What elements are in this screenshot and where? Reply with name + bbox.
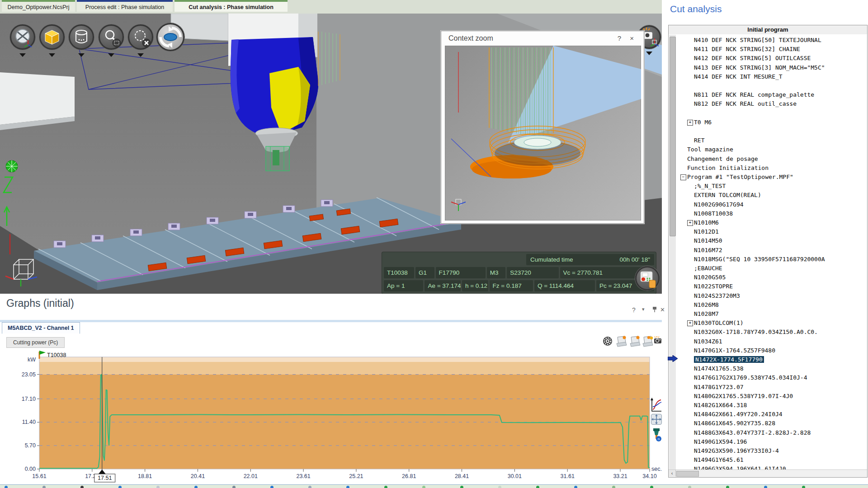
program-line[interactable]: N1488G3X643.074Y737I-2.828J-2.828 xyxy=(669,428,867,437)
taskbar-app-icon[interactable] xyxy=(612,486,615,488)
taskbar-app-icon[interactable] xyxy=(270,486,274,488)
program-line[interactable]: N1480G2X1765.538Y719.07I-4J0 xyxy=(669,392,867,401)
taskbar-app-icon[interactable] xyxy=(384,486,387,488)
taskbar-app-icon[interactable] xyxy=(42,486,46,488)
chevron-down-icon[interactable] xyxy=(19,53,26,57)
program-line[interactable]: Function Initialization xyxy=(669,164,867,173)
taskbar-app-icon[interactable] xyxy=(574,486,577,488)
nc-program-list[interactable]: Initial program N410 DEF NCK STRING[50] … xyxy=(668,25,868,478)
chevron-down-icon[interactable] xyxy=(646,52,652,55)
cutting-power-button[interactable]: Cutting power (Pc) xyxy=(6,337,65,348)
program-line[interactable]: N1494G1Y645.61 xyxy=(669,455,867,465)
chevron-down-icon[interactable] xyxy=(49,53,55,57)
expand-icon[interactable]: + xyxy=(687,320,693,326)
program-line[interactable]: Tool magazine xyxy=(669,145,867,154)
program-line[interactable]: N1476G17G2X1769.538Y745.034I0J-4 xyxy=(669,373,867,382)
expand-icon[interactable]: + xyxy=(687,220,693,226)
program-line[interactable]: N1014M50 xyxy=(669,236,867,245)
program-line[interactable]: N1028M7 xyxy=(669,310,867,319)
tab-project[interactable]: Demo_Optipower.NcsPrj xyxy=(2,0,75,12)
program-line[interactable]: N413 DEF NCK STRING[3] NOM_MACH="M5C" xyxy=(669,63,867,72)
program-line[interactable]: RET xyxy=(669,136,867,145)
taskbar-app-icon[interactable] xyxy=(460,486,463,488)
taskbar-app-icon[interactable] xyxy=(498,486,501,488)
taskbar-app-icon[interactable] xyxy=(346,486,349,488)
rotate-view-button[interactable] xyxy=(156,23,184,51)
stock-view-button[interactable] xyxy=(69,24,94,50)
program-line[interactable]: +T0 M6 xyxy=(669,118,867,127)
program-line[interactable] xyxy=(669,127,867,136)
taskbar-app-icon[interactable] xyxy=(118,486,122,488)
taskbar-app-icon[interactable] xyxy=(308,486,311,488)
program-line[interactable]: N410 DEF NCK STRING[50] TEXTEJOURNAL xyxy=(669,36,867,45)
program-line[interactable]: ;EBAUCHE xyxy=(669,264,867,273)
program-line[interactable]: N812 DEF NCK REAL outil_casse xyxy=(669,99,867,108)
program-line[interactable]: N1472X-1774.5F17790 xyxy=(669,355,867,364)
taskbar-app-icon[interactable] xyxy=(688,486,691,488)
program-line[interactable]: N1486G1X645.902Y735.828 xyxy=(669,419,867,428)
help-icon[interactable]: ? xyxy=(632,306,636,314)
program-line[interactable]: N412 DEF NCK STRING[5] OUTILCASSE xyxy=(669,54,867,63)
program-line[interactable]: EXTERN TOLCOM(REAL) xyxy=(669,191,867,200)
taskbar-app-icon[interactable] xyxy=(802,486,805,488)
machine-3d-viewport[interactable]: Context zoom ? × xyxy=(0,14,662,294)
program-line[interactable]: N1490G1X594.196 xyxy=(669,437,867,446)
program-line[interactable]: +N1010M6 xyxy=(669,218,867,227)
close-icon[interactable]: × xyxy=(630,34,634,42)
selection-button[interactable] xyxy=(128,24,153,50)
taskbar-app-icon[interactable] xyxy=(536,486,539,488)
taskbar-app-icon[interactable] xyxy=(764,486,767,488)
collapse-icon[interactable]: − xyxy=(680,174,686,180)
tab-process-edit[interactable]: Process edit : Phase simulation xyxy=(77,0,173,12)
program-line[interactable]: N811 DEF NCK REAL comptage_palette xyxy=(669,90,867,99)
curve-compare-icon[interactable] xyxy=(650,398,662,415)
scrollbar-thumb[interactable] xyxy=(676,471,699,477)
taskbar-app-icon[interactable] xyxy=(422,486,425,488)
graph-snapshot-button[interactable] xyxy=(654,336,662,346)
taskbar-app-icon[interactable] xyxy=(650,486,653,488)
program-line[interactable]: +N1030TOLCOM(1) xyxy=(669,319,867,328)
pin-icon[interactable] xyxy=(652,306,657,314)
taskbar-app-icon[interactable] xyxy=(726,486,729,488)
pan-button[interactable] xyxy=(651,414,662,425)
close-icon[interactable]: ✕ xyxy=(660,306,665,313)
program-line[interactable]: N1012D1 xyxy=(669,227,867,236)
zoom-button[interactable] xyxy=(99,24,124,50)
export-curve-alt-button[interactable] xyxy=(628,335,641,349)
taskbar-app-icon[interactable] xyxy=(156,486,160,488)
program-line[interactable]: N1032G0X-1718.78Y749.034Z150.A0.C0. xyxy=(669,328,867,337)
program-line[interactable]: N1482G1X664.318 xyxy=(669,401,867,410)
program-line[interactable]: N1026M8 xyxy=(669,300,867,310)
program-line[interactable]: N1022STOPRE xyxy=(669,282,867,291)
program-line[interactable]: N1034Z61 xyxy=(669,337,867,346)
program-line[interactable]: N1478G1Y723.07 xyxy=(669,383,867,392)
graph-settings-button[interactable] xyxy=(603,336,613,348)
program-line[interactable]: −Program #1 "TestOptipower.MPF" xyxy=(669,173,867,182)
solid-view-button[interactable] xyxy=(39,24,65,50)
program-line[interactable] xyxy=(669,109,867,118)
machine-status-button[interactable] xyxy=(635,266,660,291)
chevron-down-icon[interactable]: ▾ xyxy=(642,306,645,312)
graph-tab-channel1[interactable]: M5ABCD_V2 - Channel 1 xyxy=(2,322,80,334)
scroll-left-icon[interactable]: ‹ xyxy=(669,470,676,477)
program-line[interactable]: ;%_N_TEST xyxy=(669,182,867,191)
horizontal-scrollbar[interactable]: ‹ xyxy=(669,469,867,477)
program-line[interactable]: N1016M72 xyxy=(669,246,867,255)
export-curve-button[interactable] xyxy=(615,335,627,349)
tool-inspector-icon[interactable]: n xyxy=(652,428,662,444)
context-zoom-window[interactable]: Context zoom ? × xyxy=(441,31,644,224)
program-line[interactable]: N411 DEF NCK STRING[32] CHAINE xyxy=(669,45,867,54)
program-line[interactable]: N1024S23720M3 xyxy=(669,291,867,300)
chevron-down-icon[interactable] xyxy=(108,53,114,57)
program-line[interactable]: N1008T10038 xyxy=(669,209,867,218)
taskbar-app-icon[interactable] xyxy=(80,486,84,488)
program-line[interactable]: Changement de posage xyxy=(669,155,867,164)
program-line[interactable]: N1470G1X-1764.5Z57F9480 xyxy=(669,346,867,355)
program-line[interactable]: N1002G90G17G94 xyxy=(669,200,867,209)
program-line[interactable]: N1484G2X661.49Y720.24I0J4 xyxy=(669,410,867,419)
taskbar-app-icon[interactable] xyxy=(194,486,198,488)
program-line[interactable]: N414 DEF NCK INT MESURE_T xyxy=(669,72,867,81)
taskbar-app-icon[interactable] xyxy=(5,486,8,488)
program-line[interactable]: N1492G3X590.196Y733I0J-4 xyxy=(669,446,867,455)
taskbar-app-icon[interactable] xyxy=(232,486,236,488)
